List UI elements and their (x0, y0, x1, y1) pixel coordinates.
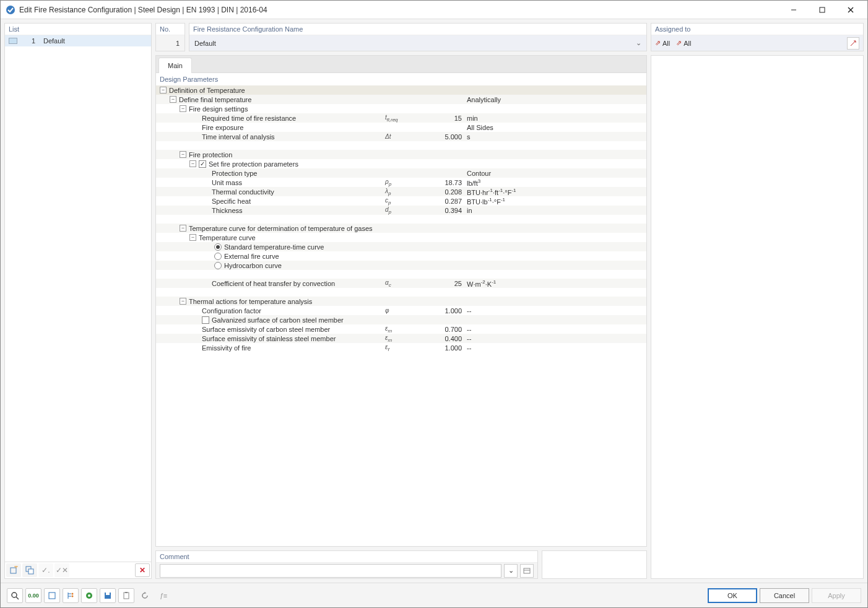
collapse-icon[interactable]: − (160, 87, 167, 93)
copy-button[interactable] (22, 563, 37, 577)
maximize-button[interactable] (808, 1, 836, 19)
preview-panel (542, 550, 647, 579)
cancel-button[interactable]: Cancel (760, 588, 809, 603)
collapse-icon[interactable]: − (170, 96, 176, 103)
units-button[interactable]: 0.00 (25, 588, 41, 603)
exclude-button[interactable]: ✓✕ (54, 563, 69, 577)
row-galvanized[interactable]: Galvanized surface of carbon steel membe… (156, 315, 646, 324)
row-temp-curve-header: −Temperature curve for determination of … (156, 224, 646, 233)
row-curve-hydrocarbon[interactable]: Hydrocarbon curve (156, 261, 646, 270)
set-fire-params-checkbox[interactable]: ✓ (199, 160, 206, 168)
radio-standard-curve[interactable] (214, 243, 222, 251)
row-time-interval[interactable]: Time interval of analysis Δt 5.000 s (156, 132, 646, 141)
svg-point-19 (72, 593, 74, 594)
delete-button[interactable]: ✕ (135, 563, 150, 577)
close-button[interactable] (836, 1, 865, 19)
color-swatch (9, 38, 17, 44)
clipboard-button[interactable] (118, 588, 134, 603)
row-curve-standard[interactable]: Standard temperature-time curve (156, 242, 646, 251)
list-item[interactable]: 1 Default (5, 35, 151, 46)
radio-external-curve[interactable] (214, 253, 222, 260)
row-thermal-conductivity[interactable]: Thermal conductivity λp 0.208 BTU·hr-1·f… (156, 187, 646, 196)
apply-button[interactable]: Apply (812, 588, 861, 603)
app-icon (6, 5, 15, 15)
function-button[interactable]: ƒ≡ (155, 588, 171, 603)
row-emissivity-stainless[interactable]: Surface emissivity of stainless steel me… (156, 334, 646, 343)
save-button[interactable] (100, 588, 116, 603)
svg-line-12 (851, 41, 856, 46)
fire-exposure-value: All Sides (464, 124, 493, 131)
row-thermal-actions: −Thermal actions for temperature analysi… (156, 297, 646, 306)
row-fire-design-settings: −Fire design settings (156, 104, 646, 113)
comment-panel: Comment ⌄ (155, 550, 538, 579)
row-set-fire-params[interactable]: −✓Set fire protection parameters (156, 159, 646, 168)
row-protection-type[interactable]: Protection type Contour (156, 168, 646, 178)
collapse-icon[interactable]: − (180, 298, 186, 305)
reset-button[interactable] (137, 588, 153, 603)
comment-input[interactable] (160, 564, 501, 578)
tree-button[interactable] (63, 588, 79, 603)
comment-library-button[interactable] (520, 564, 534, 578)
spacer (156, 141, 646, 150)
assigned-sets[interactable]: ⇗ All (676, 39, 691, 47)
svg-rect-5 (11, 568, 16, 573)
titlebar: Edit Fire Resistance Configuration | Ste… (1, 1, 867, 19)
svg-rect-24 (106, 593, 110, 595)
collapse-icon[interactable]: − (180, 225, 186, 232)
number-value[interactable]: 1 (156, 35, 184, 51)
comment-header: Comment (156, 551, 537, 563)
settings-button[interactable] (81, 588, 97, 603)
name-panel: Fire Resistance Configuration Name Defau… (189, 23, 647, 51)
tab-area: Main Design Parameters −Definition of Te… (155, 55, 647, 547)
footer: 0.00 ƒ≡ OK Cancel Apply (1, 583, 867, 607)
row-config-factor[interactable]: Configuration factor φ 1.000 -- (156, 306, 646, 315)
galvanized-checkbox[interactable] (202, 316, 209, 324)
view-button[interactable] (44, 588, 60, 603)
row-define-final-temp[interactable]: −Define final temperature Analytically (156, 95, 646, 104)
collapse-icon[interactable]: − (189, 234, 196, 241)
protection-type-value: Contour (464, 170, 491, 177)
number-header: No. (156, 24, 184, 35)
include-button[interactable]: ✓. (38, 563, 53, 577)
row-temp-curve: −Temperature curve (156, 233, 646, 242)
row-specific-heat[interactable]: Specific heat cp 0.287 BTU·lb-1·°F-1 (156, 196, 646, 206)
row-thickness[interactable]: Thickness dp 0.394 in (156, 206, 646, 215)
svg-point-0 (6, 6, 15, 14)
comment-dropdown-button[interactable]: ⌄ (504, 564, 518, 578)
svg-rect-2 (820, 7, 825, 12)
ok-button[interactable]: OK (708, 588, 757, 603)
window-title: Edit Fire Resistance Configuration | Ste… (19, 6, 779, 14)
svg-rect-9 (28, 569, 33, 574)
row-required-time[interactable]: Required time of fire resistance tfi,req… (156, 113, 646, 123)
row-emissivity-fire[interactable]: Emissivity of fire εf 1.000 -- (156, 343, 646, 352)
design-parameters-title: Design Parameters (156, 73, 646, 85)
assigned-members[interactable]: ⇗ All (655, 39, 670, 47)
name-dropdown[interactable]: Default ⌄ (189, 35, 646, 51)
row-curve-external[interactable]: External fire curve (156, 251, 646, 261)
list-item-number: 1 (28, 37, 38, 45)
row-coef-heat-transfer[interactable]: Coefficient of heat transfer by convecti… (156, 279, 646, 288)
set-icon: ⇗ (676, 39, 682, 47)
tab-main[interactable]: Main (158, 58, 192, 73)
collapse-icon[interactable]: − (180, 151, 186, 158)
list-header: List (5, 24, 151, 35)
name-value: Default (194, 40, 216, 47)
spacer (156, 288, 646, 297)
svg-rect-26 (125, 592, 128, 593)
new-button[interactable] (6, 563, 21, 577)
minimize-button[interactable] (779, 1, 808, 19)
svg-point-20 (72, 595, 74, 597)
svg-line-14 (16, 597, 19, 599)
collapse-icon[interactable]: − (180, 105, 186, 112)
radio-hydrocarbon-curve[interactable] (214, 262, 222, 269)
row-fire-exposure[interactable]: Fire exposure All Sides (156, 123, 646, 132)
row-unit-mass[interactable]: Unit mass ρp 18.73 lb/ft3 (156, 178, 646, 187)
number-panel: No. 1 (155, 23, 185, 51)
row-emissivity-carbon[interactable]: Surface emissivity of carbon steel membe… (156, 324, 646, 334)
name-header: Fire Resistance Configuration Name (189, 24, 646, 35)
search-button[interactable] (7, 588, 23, 603)
assigned-pick-button[interactable] (847, 37, 859, 50)
collapse-icon[interactable]: − (189, 160, 196, 167)
svg-rect-25 (124, 593, 129, 599)
chevron-down-icon: ⌄ (636, 39, 641, 47)
